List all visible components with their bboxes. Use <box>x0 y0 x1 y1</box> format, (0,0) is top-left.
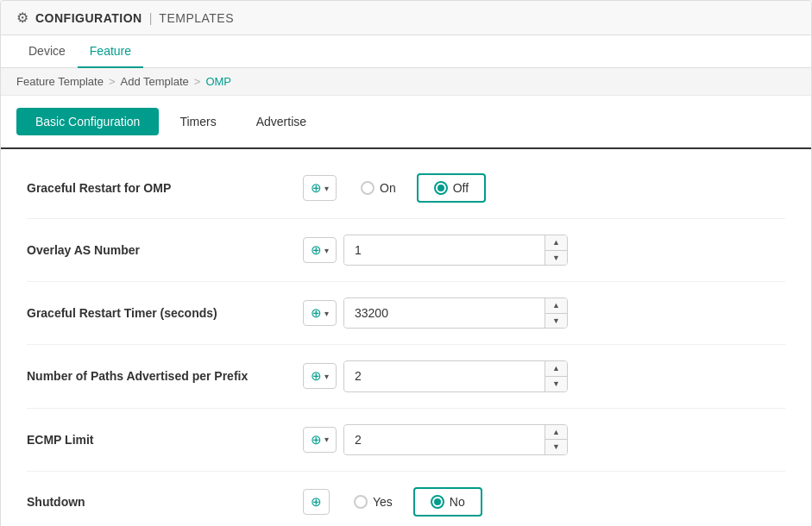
spin-down-paths-advertised[interactable]: ▼ <box>545 377 567 391</box>
form-content: Graceful Restart for OMP ⊕ ▾ On Off <box>1 149 811 526</box>
tab-device[interactable]: Device <box>16 35 78 68</box>
number-input-overlay-as-number: ▲ ▼ <box>343 235 568 266</box>
spinner-graceful-restart-timer: ▲ ▼ <box>544 298 567 328</box>
spin-down-ecmp-limit[interactable]: ▼ <box>545 440 567 454</box>
globe-button-shutdown[interactable]: ⊕ <box>303 489 330 515</box>
section-tab-advertise[interactable]: Advertise <box>237 108 325 135</box>
radio-label-yes: Yes <box>373 495 393 509</box>
section-tabs-bar: Basic Configuration Timers Advertise <box>1 96 811 149</box>
breadcrumb-omp: OMP <box>205 75 231 88</box>
breadcrumb-sep-2: > <box>194 75 201 88</box>
radio-off-graceful-restart-omp[interactable]: Off <box>417 173 486 203</box>
globe-button-graceful-restart-timer[interactable]: ⊕ ▾ <box>303 300 337 326</box>
radio-circle-yes <box>354 495 368 509</box>
spinner-paths-advertised: ▲ ▼ <box>544 361 567 391</box>
globe-icon: ⊕ <box>311 368 322 384</box>
chevron-icon: ▾ <box>324 435 329 444</box>
control-overlay-as-number: ⊕ ▾ ▲ ▼ <box>303 235 785 266</box>
number-value-overlay-as-number[interactable] <box>344 236 544 264</box>
globe-button-overlay-as-number[interactable]: ⊕ ▾ <box>303 237 337 263</box>
form-row-shutdown: Shutdown ⊕ Yes No <box>27 472 785 526</box>
control-graceful-restart-omp: ⊕ ▾ On Off <box>303 173 785 203</box>
spinner-overlay-as-number: ▲ ▼ <box>544 235 567 265</box>
form-row-overlay-as-number: Overlay AS Number ⊕ ▾ ▲ ▼ <box>27 219 785 282</box>
top-tabs-bar: Device Feature <box>1 35 811 68</box>
gear-icon: ⚙ <box>16 9 28 26</box>
globe-button-graceful-restart-omp[interactable]: ⊕ ▾ <box>303 175 337 201</box>
form-row-graceful-restart-omp: Graceful Restart for OMP ⊕ ▾ On Off <box>27 158 785 219</box>
radio-circle-no <box>431 495 444 509</box>
breadcrumb-sep-1: > <box>109 75 116 88</box>
radio-no-shutdown[interactable]: No <box>413 487 482 517</box>
control-graceful-restart-timer: ⊕ ▾ ▲ ▼ <box>303 297 785 329</box>
radio-circle-on <box>361 181 375 195</box>
header-title: CONFIGURATION <box>35 11 142 25</box>
globe-icon: ⊕ <box>311 494 322 510</box>
section-tab-timers[interactable]: Timers <box>161 108 235 135</box>
form-row-ecmp-limit: ECMP Limit ⊕ ▾ ▲ ▼ <box>27 409 785 472</box>
number-value-paths-advertised[interactable] <box>344 362 544 390</box>
radio-group-shutdown: Yes No <box>337 487 482 517</box>
tab-feature[interactable]: Feature <box>78 35 143 68</box>
breadcrumb-add-template[interactable]: Add Template <box>121 75 189 88</box>
number-value-graceful-restart-timer[interactable] <box>344 299 544 327</box>
number-input-paths-advertised: ▲ ▼ <box>343 360 568 391</box>
control-paths-advertised: ⊕ ▾ ▲ ▼ <box>303 360 785 391</box>
globe-button-paths-advertised[interactable]: ⊕ ▾ <box>303 363 337 389</box>
radio-dot-off <box>437 185 444 191</box>
form-row-graceful-restart-timer: Graceful Restart Timer (seconds) ⊕ ▾ ▲ ▼ <box>27 282 785 345</box>
radio-circle-off <box>434 181 448 195</box>
chevron-icon: ▾ <box>324 246 329 255</box>
label-graceful-restart-omp: Graceful Restart for OMP <box>27 181 303 195</box>
breadcrumb: Feature Template > Add Template > OMP <box>1 68 811 96</box>
spin-up-graceful-restart-timer[interactable]: ▲ <box>545 298 567 313</box>
spin-up-ecmp-limit[interactable]: ▲ <box>545 425 567 440</box>
form-row-paths-advertised: Number of Paths Advertised per Prefix ⊕ … <box>27 345 785 408</box>
chevron-icon: ▾ <box>324 372 329 381</box>
globe-icon: ⊕ <box>311 305 322 321</box>
globe-icon: ⊕ <box>311 432 322 448</box>
spinner-ecmp-limit: ▲ ▼ <box>544 425 567 454</box>
label-overlay-as-number: Overlay AS Number <box>27 243 303 257</box>
main-window: ⚙ CONFIGURATION | TEMPLATES Device Featu… <box>0 0 812 526</box>
section-tab-basic-configuration[interactable]: Basic Configuration <box>16 108 159 135</box>
page-header: ⚙ CONFIGURATION | TEMPLATES <box>1 1 811 35</box>
radio-label-no: No <box>450 495 465 509</box>
globe-icon: ⊕ <box>311 180 322 196</box>
control-ecmp-limit: ⊕ ▾ ▲ ▼ <box>303 424 785 455</box>
globe-icon: ⊕ <box>311 242 322 258</box>
label-shutdown: Shutdown <box>27 495 303 509</box>
radio-group-graceful-restart-omp: On Off <box>343 173 486 203</box>
header-separator: | <box>149 11 153 25</box>
spin-down-overlay-as-number[interactable]: ▼ <box>545 251 567 266</box>
header-subtitle: TEMPLATES <box>159 11 234 25</box>
label-graceful-restart-timer: Graceful Restart Timer (seconds) <box>27 306 303 320</box>
number-input-ecmp-limit: ▲ ▼ <box>343 424 568 455</box>
chevron-icon: ▾ <box>324 309 329 318</box>
label-ecmp-limit: ECMP Limit <box>27 433 303 447</box>
spin-down-graceful-restart-timer[interactable]: ▼ <box>545 314 567 329</box>
radio-label-off: Off <box>453 181 469 195</box>
number-input-graceful-restart-timer: ▲ ▼ <box>343 297 568 329</box>
chevron-icon: ▾ <box>324 184 329 193</box>
breadcrumb-feature-template[interactable]: Feature Template <box>16 75 104 88</box>
spin-up-overlay-as-number[interactable]: ▲ <box>545 235 567 250</box>
label-paths-advertised: Number of Paths Advertised per Prefix <box>27 369 303 383</box>
radio-dot-no <box>434 498 441 505</box>
number-value-ecmp-limit[interactable] <box>344 426 544 454</box>
globe-button-ecmp-limit[interactable]: ⊕ ▾ <box>303 427 337 453</box>
radio-on-graceful-restart-omp[interactable]: On <box>343 173 413 203</box>
radio-yes-shutdown[interactable]: Yes <box>337 487 410 517</box>
spin-up-paths-advertised[interactable]: ▲ <box>545 361 567 376</box>
radio-label-on: On <box>380 181 396 195</box>
control-shutdown: ⊕ Yes No <box>303 487 785 517</box>
